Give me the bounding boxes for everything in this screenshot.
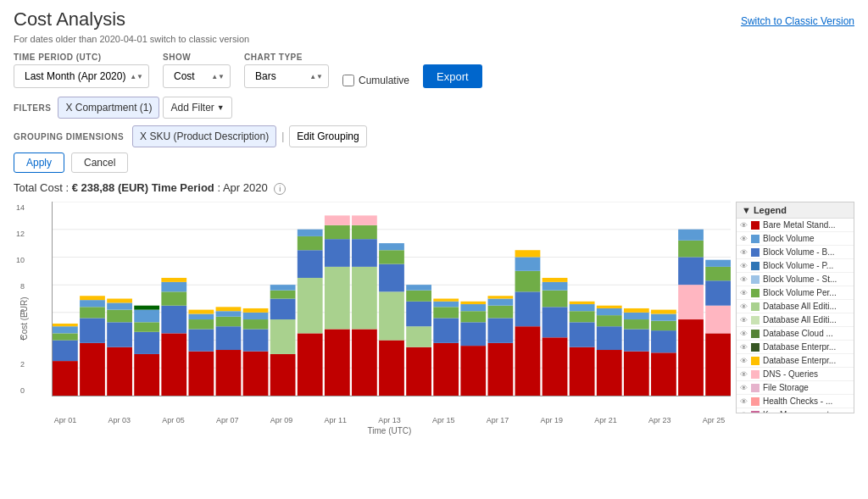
svg-rect-21 xyxy=(107,302,132,309)
svg-rect-68 xyxy=(379,341,404,396)
export-button[interactable]: Export xyxy=(423,64,482,88)
svg-rect-43 xyxy=(243,352,269,396)
legend-eye-icon[interactable]: 👁 xyxy=(740,411,748,414)
time-period-value: Apr 2020 xyxy=(223,181,268,194)
legend-eye-icon[interactable]: 👁 xyxy=(740,316,748,324)
legend-eye-icon[interactable]: 👁 xyxy=(740,235,748,243)
legend-item: 👁 Database Enterpr... xyxy=(737,341,854,354)
y-label-2: 2 xyxy=(20,360,25,369)
svg-rect-126 xyxy=(678,241,704,258)
legend-eye-icon[interactable]: 👁 xyxy=(740,384,748,392)
legend-eye-icon[interactable]: 👁 xyxy=(740,262,748,270)
svg-rect-16 xyxy=(80,300,105,307)
y-axis-title: Cost (EUR) xyxy=(19,297,29,340)
legend-item: 👁 File Storage xyxy=(737,381,854,395)
svg-rect-18 xyxy=(107,347,132,396)
legend-eye-icon[interactable]: 👁 xyxy=(740,397,748,406)
total-cost-unit: (EUR) xyxy=(118,181,148,194)
svg-rect-106 xyxy=(570,304,595,311)
svg-rect-45 xyxy=(243,319,269,329)
time-period-select[interactable]: Last Month (Apr 2020) This Month Last 7 … xyxy=(19,64,143,88)
svg-rect-60 xyxy=(325,239,350,267)
legend-color-swatch xyxy=(751,370,760,379)
svg-rect-33 xyxy=(188,352,214,396)
x-label: Apr 03 xyxy=(106,416,133,424)
legend-eye-icon[interactable]: 👁 xyxy=(740,302,748,311)
x-label xyxy=(133,416,160,424)
x-label xyxy=(295,416,322,424)
legend-eye-icon[interactable]: 👁 xyxy=(740,248,748,257)
svg-rect-79 xyxy=(433,318,459,342)
chart-type-select[interactable]: Bars Lines Area xyxy=(250,64,297,88)
x-label xyxy=(241,416,268,424)
legend-color-swatch xyxy=(751,275,760,284)
legend-item: 👁 Health Checks - ... xyxy=(737,395,854,408)
x-label xyxy=(673,416,700,424)
svg-rect-14 xyxy=(80,318,105,342)
legend-eye-icon[interactable]: 👁 xyxy=(740,343,748,352)
show-label: SHOW xyxy=(163,53,231,62)
grouping-tag-text: X SKU (Product Description) xyxy=(140,130,269,142)
svg-rect-20 xyxy=(107,310,132,323)
legend-eye-icon[interactable]: 👁 xyxy=(740,289,748,297)
show-select[interactable]: Cost Usage xyxy=(169,64,220,88)
legend-item-text: Block Volume - St... xyxy=(763,274,837,284)
legend-collapse-icon: ▼ xyxy=(742,205,751,215)
svg-rect-128 xyxy=(705,333,731,396)
y-label-10: 10 xyxy=(16,256,25,264)
svg-rect-63 xyxy=(352,329,377,396)
svg-rect-89 xyxy=(487,318,513,342)
cancel-button[interactable]: Cancel xyxy=(71,152,128,173)
filter-tag[interactable]: X Compartment (1) xyxy=(58,97,159,119)
svg-rect-101 xyxy=(542,282,568,291)
svg-rect-10 xyxy=(53,333,78,340)
legend-item-text: Health Checks - ... xyxy=(763,396,832,406)
legend-eye-icon[interactable]: 👁 xyxy=(740,330,748,338)
svg-rect-17 xyxy=(80,296,105,300)
switch-classic-link[interactable]: Switch to Classic Version xyxy=(741,8,854,27)
legend-panel: ▼ Legend 👁 Bare Metal Stand... 👁 Block V… xyxy=(736,202,854,413)
svg-rect-73 xyxy=(406,347,431,396)
legend-items: 👁 Bare Metal Stand... 👁 Block Volume 👁 B… xyxy=(737,219,854,413)
svg-rect-67 xyxy=(352,215,377,225)
svg-rect-32 xyxy=(161,278,186,282)
filter-tag-text: X Compartment (1) xyxy=(65,102,152,114)
svg-rect-80 xyxy=(433,307,459,318)
x-label: Apr 21 xyxy=(593,416,620,424)
svg-rect-24 xyxy=(134,332,159,354)
svg-rect-116 xyxy=(624,313,649,319)
add-filter-button[interactable]: Add Filter ▼ xyxy=(163,97,231,119)
cumulative-label[interactable]: Cumulative xyxy=(359,75,409,86)
legend-header[interactable]: ▼ Legend xyxy=(737,202,854,219)
svg-rect-23 xyxy=(134,354,159,396)
grouping-label: GROUPING DIMENSIONS xyxy=(14,132,124,141)
legend-eye-icon[interactable]: 👁 xyxy=(740,370,748,379)
svg-rect-123 xyxy=(678,319,704,396)
svg-rect-124 xyxy=(678,285,704,319)
svg-rect-44 xyxy=(243,329,269,351)
svg-rect-90 xyxy=(487,306,513,319)
info-icon[interactable]: i xyxy=(274,183,286,195)
svg-rect-120 xyxy=(651,321,676,330)
svg-rect-31 xyxy=(161,282,186,291)
svg-rect-36 xyxy=(188,313,214,319)
svg-rect-59 xyxy=(325,267,350,330)
grouping-tag[interactable]: X SKU (Product Description) xyxy=(132,125,276,147)
svg-rect-119 xyxy=(651,330,676,352)
svg-rect-22 xyxy=(107,299,132,303)
edit-grouping-button[interactable]: Edit Grouping xyxy=(289,125,366,147)
svg-rect-98 xyxy=(542,337,568,396)
apply-button[interactable]: Apply xyxy=(14,152,64,173)
time-period-wrapper[interactable]: Last Month (Apr 2020) This Month Last 7 … xyxy=(14,64,149,88)
legend-eye-icon[interactable]: 👁 xyxy=(740,275,748,284)
x-label: Apr 23 xyxy=(646,416,673,424)
show-wrapper[interactable]: Cost Usage ▲▼ xyxy=(163,64,231,88)
legend-color-swatch xyxy=(751,397,760,406)
legend-eye-icon[interactable]: 👁 xyxy=(740,221,748,230)
cumulative-checkbox[interactable] xyxy=(342,75,354,86)
x-label: Apr 05 xyxy=(160,416,187,424)
legend-eye-icon[interactable]: 👁 xyxy=(740,357,748,365)
legend-color-swatch xyxy=(751,316,760,324)
svg-rect-34 xyxy=(188,329,214,351)
chart-type-wrapper[interactable]: Bars Lines Area ▲▼ xyxy=(244,64,329,88)
